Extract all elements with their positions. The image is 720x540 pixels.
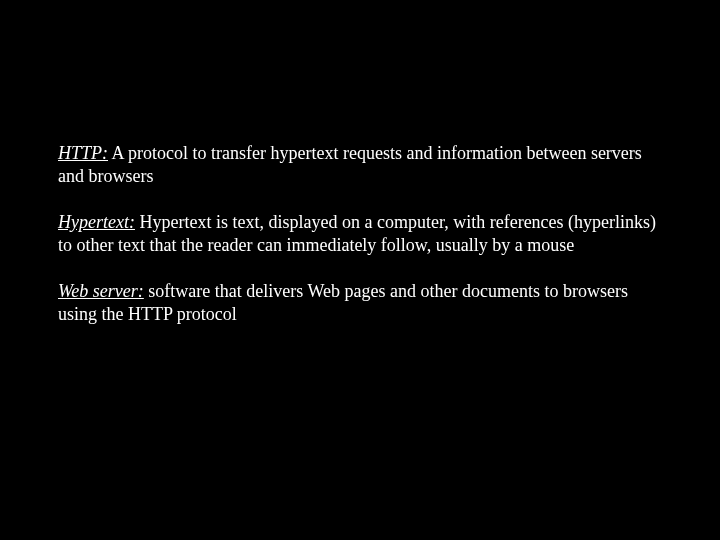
slide: HTTP: A protocol to transfer hypertext r… [0, 0, 720, 540]
definition-http: A protocol to transfer hypertext request… [58, 143, 642, 186]
definition-web-server: software that delivers Web pages and oth… [58, 281, 628, 324]
definitions-block: HTTP: A protocol to transfer hypertext r… [58, 142, 668, 348]
term-http: HTTP: [58, 143, 108, 163]
term-web-server: Web server: [58, 281, 144, 301]
term-hypertext: Hypertext: [58, 212, 135, 232]
definition-hypertext: Hypertext is text, displayed on a comput… [58, 212, 656, 255]
definition-entry: Web server: software that delivers Web p… [58, 280, 668, 327]
definition-entry: HTTP: A protocol to transfer hypertext r… [58, 142, 668, 189]
definition-entry: Hypertext: Hypertext is text, displayed … [58, 211, 668, 258]
